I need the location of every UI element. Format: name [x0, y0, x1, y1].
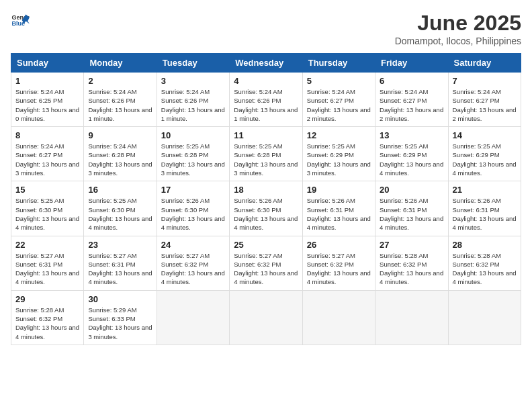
calendar-cell: 23 Sunrise: 5:27 AMSunset: 6:31 PMDaylig… [84, 236, 157, 290]
calendar-cell: 29 Sunrise: 5:28 AMSunset: 6:32 PMDaylig… [11, 290, 84, 345]
day-info: Sunrise: 5:24 AMSunset: 6:27 PMDaylight:… [307, 87, 371, 123]
calendar-cell: 1 Sunrise: 5:24 AMSunset: 6:25 PMDayligh… [11, 73, 84, 127]
day-number: 29 [15, 294, 79, 304]
page-title: June 2025 [395, 11, 521, 36]
calendar-cell: 30 Sunrise: 5:29 AMSunset: 6:33 PMDaylig… [84, 290, 157, 345]
calendar-cell: 4 Sunrise: 5:24 AMSunset: 6:26 PMDayligh… [230, 73, 302, 127]
calendar-cell: 21 Sunrise: 5:26 AMSunset: 6:31 PMDaylig… [448, 181, 521, 236]
calendar-cell: 24 Sunrise: 5:27 AMSunset: 6:32 PMDaylig… [157, 236, 229, 290]
calendar-cell: 2 Sunrise: 5:24 AMSunset: 6:26 PMDayligh… [84, 73, 157, 127]
day-number: 23 [88, 240, 152, 250]
day-info: Sunrise: 5:25 AMSunset: 6:29 PMDaylight:… [453, 142, 517, 177]
day-number: 26 [307, 240, 371, 250]
title-area: June 2025 Domampot, Ilocos, Philippines [395, 11, 521, 46]
day-info: Sunrise: 5:25 AMSunset: 6:30 PMDaylight:… [15, 196, 79, 232]
day-info: Sunrise: 5:27 AMSunset: 6:32 PMDaylight:… [161, 251, 225, 287]
day-info: Sunrise: 5:27 AMSunset: 6:31 PMDaylight:… [15, 251, 79, 287]
calendar-cell: 22 Sunrise: 5:27 AMSunset: 6:31 PMDaylig… [11, 236, 84, 290]
day-info: Sunrise: 5:24 AMSunset: 6:26 PMDaylight:… [88, 87, 152, 123]
calendar-header-row: SundayMondayTuesdayWednesdayThursdayFrid… [11, 54, 521, 73]
day-info: Sunrise: 5:24 AMSunset: 6:26 PMDaylight:… [161, 87, 225, 123]
calendar-cell: 20 Sunrise: 5:26 AMSunset: 6:31 PMDaylig… [375, 181, 448, 236]
logo: General Blue [11, 11, 30, 30]
day-info: Sunrise: 5:28 AMSunset: 6:32 PMDaylight:… [453, 251, 517, 287]
day-info: Sunrise: 5:24 AMSunset: 6:27 PMDaylight:… [15, 142, 79, 177]
header: General Blue June 2025 Domampot, Ilocos,… [11, 11, 521, 46]
calendar-week-3: 15 Sunrise: 5:25 AMSunset: 6:30 PMDaylig… [11, 181, 521, 236]
day-number: 2 [88, 76, 152, 86]
calendar-week-4: 22 Sunrise: 5:27 AMSunset: 6:31 PMDaylig… [11, 236, 521, 290]
day-number: 1 [15, 76, 79, 86]
calendar-cell [375, 290, 448, 345]
day-info: Sunrise: 5:26 AMSunset: 6:30 PMDaylight:… [161, 196, 225, 232]
day-info: Sunrise: 5:26 AMSunset: 6:31 PMDaylight:… [453, 196, 517, 232]
day-number: 27 [380, 240, 443, 250]
calendar-header-tuesday: Tuesday [157, 54, 229, 73]
day-info: Sunrise: 5:28 AMSunset: 6:32 PMDaylight:… [15, 306, 79, 341]
calendar-cell: 25 Sunrise: 5:27 AMSunset: 6:32 PMDaylig… [230, 236, 302, 290]
day-info: Sunrise: 5:25 AMSunset: 6:29 PMDaylight:… [307, 142, 371, 177]
day-number: 3 [161, 76, 225, 86]
day-info: Sunrise: 5:26 AMSunset: 6:31 PMDaylight:… [380, 196, 443, 232]
calendar-cell [157, 290, 229, 345]
day-info: Sunrise: 5:26 AMSunset: 6:31 PMDaylight:… [307, 196, 371, 232]
calendar-cell: 15 Sunrise: 5:25 AMSunset: 6:30 PMDaylig… [11, 181, 84, 236]
calendar-week-2: 8 Sunrise: 5:24 AMSunset: 6:27 PMDayligh… [11, 127, 521, 181]
day-number: 8 [15, 130, 79, 140]
day-info: Sunrise: 5:27 AMSunset: 6:32 PMDaylight:… [234, 251, 298, 287]
day-number: 30 [88, 294, 152, 304]
day-info: Sunrise: 5:29 AMSunset: 6:33 PMDaylight:… [88, 306, 152, 341]
calendar-header-wednesday: Wednesday [230, 54, 302, 73]
logo-icon: General Blue [11, 11, 30, 30]
page-subtitle: Domampot, Ilocos, Philippines [395, 36, 521, 46]
day-number: 5 [307, 76, 371, 86]
day-number: 28 [453, 240, 517, 250]
day-number: 15 [15, 185, 79, 195]
day-number: 21 [453, 185, 517, 195]
day-info: Sunrise: 5:27 AMSunset: 6:32 PMDaylight:… [307, 251, 371, 287]
day-info: Sunrise: 5:24 AMSunset: 6:28 PMDaylight:… [88, 142, 152, 177]
day-number: 14 [453, 130, 517, 140]
day-number: 11 [234, 130, 298, 140]
calendar-week-1: 1 Sunrise: 5:24 AMSunset: 6:25 PMDayligh… [11, 73, 521, 127]
calendar-cell: 12 Sunrise: 5:25 AMSunset: 6:29 PMDaylig… [302, 127, 375, 181]
day-info: Sunrise: 5:26 AMSunset: 6:30 PMDaylight:… [234, 196, 298, 232]
day-number: 25 [234, 240, 298, 250]
calendar-cell: 13 Sunrise: 5:25 AMSunset: 6:29 PMDaylig… [375, 127, 448, 181]
calendar-header-monday: Monday [84, 54, 157, 73]
calendar-week-5: 29 Sunrise: 5:28 AMSunset: 6:32 PMDaylig… [11, 290, 521, 345]
calendar-cell: 5 Sunrise: 5:24 AMSunset: 6:27 PMDayligh… [302, 73, 375, 127]
day-number: 20 [380, 185, 443, 195]
day-number: 24 [161, 240, 225, 250]
day-number: 13 [380, 130, 443, 140]
calendar-cell: 18 Sunrise: 5:26 AMSunset: 6:30 PMDaylig… [230, 181, 302, 236]
day-number: 6 [380, 76, 443, 86]
calendar-cell: 11 Sunrise: 5:25 AMSunset: 6:28 PMDaylig… [230, 127, 302, 181]
calendar-table: SundayMondayTuesdayWednesdayThursdayFrid… [11, 53, 521, 345]
calendar-cell: 26 Sunrise: 5:27 AMSunset: 6:32 PMDaylig… [302, 236, 375, 290]
day-info: Sunrise: 5:25 AMSunset: 6:30 PMDaylight:… [88, 196, 152, 232]
day-number: 17 [161, 185, 225, 195]
day-info: Sunrise: 5:24 AMSunset: 6:25 PMDaylight:… [15, 87, 79, 123]
day-number: 7 [453, 76, 517, 86]
day-info: Sunrise: 5:25 AMSunset: 6:28 PMDaylight:… [234, 142, 298, 177]
day-number: 4 [234, 76, 298, 86]
day-info: Sunrise: 5:24 AMSunset: 6:26 PMDaylight:… [234, 87, 298, 123]
day-info: Sunrise: 5:24 AMSunset: 6:27 PMDaylight:… [453, 87, 517, 123]
calendar-cell: 3 Sunrise: 5:24 AMSunset: 6:26 PMDayligh… [157, 73, 229, 127]
day-info: Sunrise: 5:25 AMSunset: 6:28 PMDaylight:… [161, 142, 225, 177]
day-number: 22 [15, 240, 79, 250]
calendar-cell [302, 290, 375, 345]
calendar-cell: 14 Sunrise: 5:25 AMSunset: 6:29 PMDaylig… [448, 127, 521, 181]
calendar-header-friday: Friday [375, 54, 448, 73]
calendar-cell: 28 Sunrise: 5:28 AMSunset: 6:32 PMDaylig… [448, 236, 521, 290]
calendar-header-saturday: Saturday [448, 54, 521, 73]
calendar-cell [230, 290, 302, 345]
calendar-cell [448, 290, 521, 345]
calendar-cell: 19 Sunrise: 5:26 AMSunset: 6:31 PMDaylig… [302, 181, 375, 236]
day-number: 16 [88, 185, 152, 195]
calendar-cell: 27 Sunrise: 5:28 AMSunset: 6:32 PMDaylig… [375, 236, 448, 290]
day-info: Sunrise: 5:24 AMSunset: 6:27 PMDaylight:… [380, 87, 443, 123]
day-info: Sunrise: 5:28 AMSunset: 6:32 PMDaylight:… [380, 251, 443, 287]
day-number: 10 [161, 130, 225, 140]
